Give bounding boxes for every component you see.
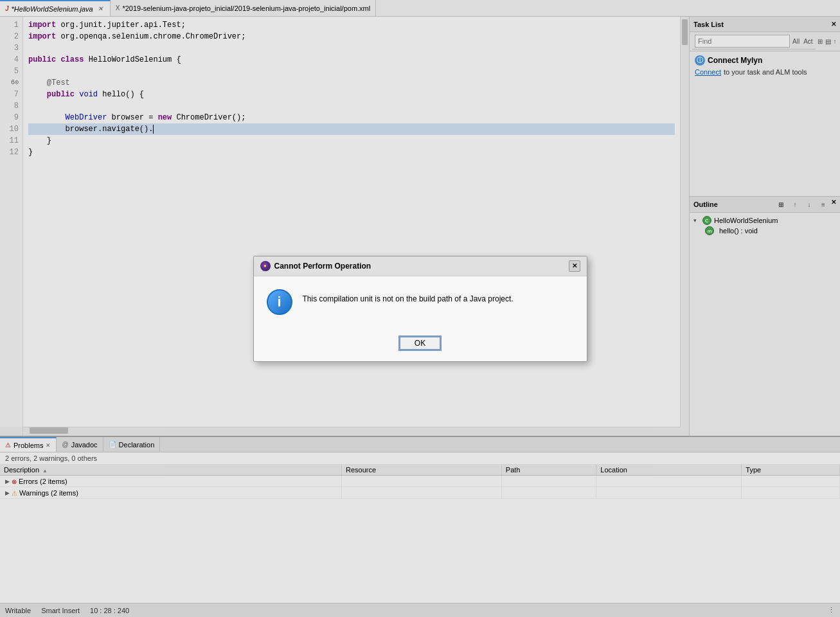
modal-overlay: ● Cannot Perform Operation ✕ i This comp… [0,0,840,617]
dialog-cannot-perform: ● Cannot Perform Operation ✕ i This comp… [253,256,587,362]
eclipse-logo-icon: ● [260,261,271,271]
dialog-close-button[interactable]: ✕ [569,260,580,272]
dialog-ok-button[interactable]: OK [398,335,442,351]
dialog-buttons: OK [254,328,587,361]
dialog-body: i This compilation unit is not on the bu… [254,276,587,328]
info-icon: i [267,289,292,315]
dialog-title-label: Cannot Perform Operation [274,262,371,271]
dialog-message: This compilation unit is not on the buil… [303,289,514,303]
dialog-title-bar: ● Cannot Perform Operation ✕ [254,256,587,276]
dialog-title-content: ● Cannot Perform Operation [260,261,371,271]
